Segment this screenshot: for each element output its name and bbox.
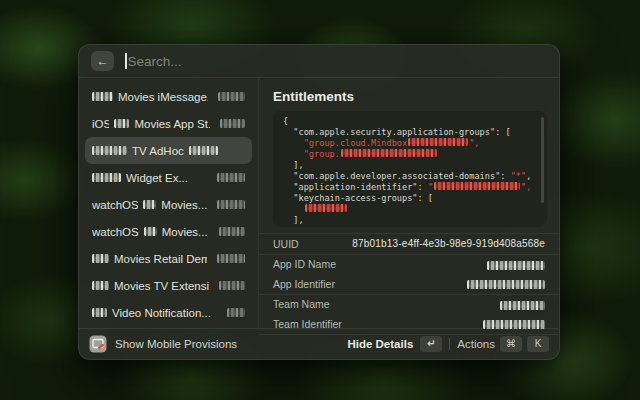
window-body: Movies iMessage... iOS Movies App St... … xyxy=(79,78,559,328)
redacted-text xyxy=(219,227,245,236)
code-text: , xyxy=(526,171,531,181)
list-item-label: Video Notification... xyxy=(112,307,211,319)
metadata-row-team-name: Team Name xyxy=(259,295,559,315)
redacted-text xyxy=(217,173,245,182)
list-item-label: TV AdHoc xyxy=(132,145,184,157)
hide-details-button[interactable]: Hide Details ↵ xyxy=(347,336,442,352)
list-item-label: Movies App St... xyxy=(134,118,210,130)
redacted-text xyxy=(143,200,156,209)
redacted-text xyxy=(305,204,347,212)
list-item-label: Widget Ex... xyxy=(126,172,188,184)
redacted-text xyxy=(434,182,520,190)
search-bar: ← xyxy=(79,45,559,78)
redacted-text xyxy=(408,138,468,146)
entitlements-title: Entitlements xyxy=(273,89,545,104)
code-text: "com.apple.security.application-groups":… xyxy=(283,127,511,137)
action-bar: Show Mobile Provisions Hide Details ↵ Ac… xyxy=(79,328,559,359)
divider xyxy=(449,338,450,350)
list-item[interactable]: Video Notification... xyxy=(85,299,252,326)
command-title: Show Mobile Provisions xyxy=(115,338,237,350)
redacted-text xyxy=(92,173,121,182)
redacted-text xyxy=(219,281,245,290)
redacted-text xyxy=(92,308,107,317)
list-item-label: Movies Retail Dem... xyxy=(114,253,207,265)
list-item[interactable]: watchOS Movies... xyxy=(85,191,252,218)
redacted-text xyxy=(500,301,545,310)
list-item-label: Movies... xyxy=(161,199,207,211)
uuid-value: 87b01b13-e4ff-4e3b-98e9-919d408a568e xyxy=(352,238,545,249)
detail-panel: Entitlements { "com.apple.security.appli… xyxy=(259,78,559,328)
metadata-row-app-id-name: App ID Name xyxy=(259,255,559,275)
code-text: "com.apple.developer.associated-domains"… xyxy=(283,171,511,181)
return-key-icon: ↵ xyxy=(420,336,442,352)
metadata-row-uuid: UUID 87b01b13-e4ff-4e3b-98e9-919d408a568… xyxy=(259,234,559,254)
text-caret xyxy=(125,53,127,69)
redacted-text xyxy=(92,92,113,101)
list-item[interactable]: Movies TV Extensi... xyxy=(85,272,252,299)
actions-label: Actions xyxy=(457,338,495,350)
launcher-window: ← Movies iMessage... iOS Movies App St..… xyxy=(78,44,560,360)
list-item[interactable]: Movies iMessage... xyxy=(85,83,252,110)
redacted-text xyxy=(341,149,437,157)
redacted-text xyxy=(114,119,129,128)
redacted-text xyxy=(92,254,109,263)
scrollbar[interactable] xyxy=(541,117,544,203)
list-item-label: Movies TV Extensi... xyxy=(114,280,209,292)
redacted-text xyxy=(92,146,127,155)
mobile-provisions-app-icon xyxy=(89,335,107,353)
code-text: "application-identifier": xyxy=(283,182,428,192)
list-item[interactable]: watchOS Movies... xyxy=(85,218,252,245)
list-item-label: Movies iMessage... xyxy=(118,91,208,103)
redacted-text xyxy=(218,92,245,101)
list-item-prefix: watchOS xyxy=(92,199,138,211)
code-string: "*" xyxy=(511,171,527,181)
redacted-text xyxy=(217,254,245,263)
search-input[interactable] xyxy=(128,54,548,69)
code-text: ], xyxy=(283,215,304,225)
redacted-text xyxy=(467,280,545,289)
redacted-text xyxy=(483,320,545,329)
code-string xyxy=(283,204,304,214)
redacted-text xyxy=(220,119,245,128)
team-name-label: Team Name xyxy=(273,298,330,310)
redacted-text xyxy=(227,308,245,317)
redacted-text xyxy=(487,261,545,270)
code-string: " xyxy=(428,182,433,192)
uuid-label: UUID xyxy=(273,238,299,250)
back-button[interactable]: ← xyxy=(91,51,114,71)
entitlements-code-block[interactable]: { "com.apple.security.application-groups… xyxy=(273,111,547,227)
list-item[interactable]: iOS Movies App St... xyxy=(85,110,252,137)
list-item-selected[interactable]: TV AdHoc xyxy=(85,137,252,164)
code-text: "keychain-access-groups": [ xyxy=(283,193,433,203)
redacted-text xyxy=(144,227,157,236)
app-id-name-label: App ID Name xyxy=(273,258,336,270)
list-item[interactable]: Movies Retail Dem... xyxy=(85,245,252,272)
metadata-section: UUID 87b01b13-e4ff-4e3b-98e9-919d408a568… xyxy=(259,233,559,335)
code-string: ", xyxy=(469,138,479,148)
app-identifier-label: App Identifier xyxy=(273,278,335,290)
code-string: "group.cloud.Mindbox xyxy=(283,138,407,148)
back-arrow-icon: ← xyxy=(97,54,109,68)
hide-details-label: Hide Details xyxy=(347,338,413,350)
list-item-prefix: watchOS xyxy=(92,226,139,238)
code-text: ], xyxy=(283,160,304,170)
code-text: { xyxy=(283,116,288,126)
code-string: "group. xyxy=(283,149,340,159)
desktop: ← Movies iMessage... iOS Movies App St..… xyxy=(0,0,640,400)
code-string: ", xyxy=(521,182,531,192)
list-item[interactable]: Widget Ex... xyxy=(85,164,252,191)
list-item-label: Movies... xyxy=(162,226,208,238)
provisions-list: Movies iMessage... iOS Movies App St... … xyxy=(79,78,259,328)
redacted-text xyxy=(217,200,245,209)
redacted-text xyxy=(189,146,218,155)
redacted-text xyxy=(92,281,109,290)
k-key-icon: K xyxy=(527,336,549,352)
actions-button[interactable]: Actions ⌘ K xyxy=(457,336,549,352)
metadata-row-app-identifier: App Identifier xyxy=(259,274,559,294)
footer-actions: Hide Details ↵ Actions ⌘ K xyxy=(347,336,549,352)
command-key-icon: ⌘ xyxy=(500,336,522,352)
list-item-prefix: iOS xyxy=(92,118,109,130)
